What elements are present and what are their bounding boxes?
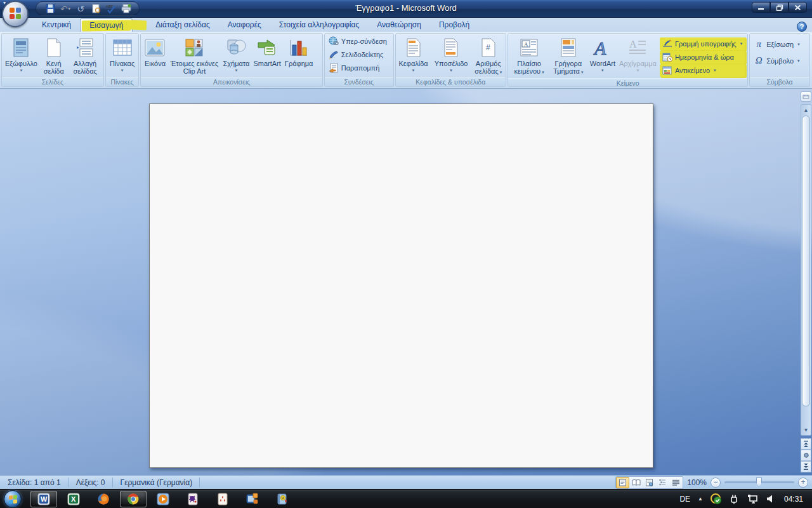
document-page[interactable] <box>149 104 653 468</box>
tab-page-layout[interactable]: Διάταξη σελίδας <box>147 18 218 32</box>
volume-tray-button[interactable] <box>766 493 776 504</box>
network-tray-button[interactable] <box>747 493 758 504</box>
undo-button[interactable]: ↶ ▾ <box>59 3 72 15</box>
tab-home[interactable]: Κεντρική <box>33 18 80 32</box>
chart-button[interactable]: Γράφημα <box>283 35 315 77</box>
smartart-button[interactable]: SmartArt <box>251 35 282 77</box>
hyperlink-button[interactable]: Υπερ-σύνδεση <box>326 35 392 48</box>
ruler-toggle-button[interactable] <box>801 91 811 102</box>
show-hidden-icons-button[interactable]: ▲ <box>698 496 703 502</box>
print-preview-button[interactable] <box>89 3 102 15</box>
picture-button[interactable]: Εικόνα <box>142 35 167 77</box>
messenger-icon <box>276 493 289 505</box>
symbol-button[interactable]: Ω Σύμβολο ▾ <box>751 54 808 67</box>
fullscreen-reading-view-button[interactable] <box>629 477 643 488</box>
clock[interactable]: 04:31 <box>784 495 803 504</box>
date-time-button[interactable]: Ημερομηνία & ώρα <box>660 51 745 64</box>
network-icon <box>747 494 758 504</box>
cover-page-button[interactable]: Εξώφυλλο ▾ <box>3 35 39 77</box>
group-links-title: Συνδέσεις <box>325 77 393 86</box>
taskbar-spider-solitaire-button[interactable] <box>180 491 206 507</box>
zoom-slider-thumb[interactable] <box>756 478 762 486</box>
quick-print-button[interactable] <box>120 3 133 15</box>
bookmark-button[interactable]: Σελιδοδείκτης <box>326 48 392 61</box>
save-button[interactable] <box>44 3 56 15</box>
group-text: A Πλαίσιο κειμένου▾ Γρήγορα Τμήματα▾ A W… <box>508 33 748 87</box>
web-layout-icon <box>645 479 653 486</box>
restore-button[interactable] <box>770 2 789 13</box>
zoom-level[interactable]: 100% <box>687 478 707 487</box>
chart-icon <box>288 37 310 58</box>
table-button[interactable]: Πίνακας ▾ <box>108 35 136 77</box>
group-pages: Εξώφυλλο ▾ Κενή σελίδα Αλλαγή σελίδας Σε… <box>1 33 104 87</box>
group-pages-title: Σελίδες <box>2 77 103 86</box>
redo-icon: ↺ <box>77 4 84 13</box>
wordart-icon: A <box>592 37 613 58</box>
footer-button[interactable]: Υποσέλιδο ▾ <box>433 35 470 77</box>
hyperlink-icon <box>329 36 339 46</box>
wordart-button[interactable]: A WordArt ▾ <box>588 35 617 78</box>
power-tray-button[interactable] <box>729 493 740 504</box>
scroll-up-button[interactable]: ▲ <box>801 105 811 115</box>
browse-buttons <box>801 438 811 472</box>
taskbar-firefox-button[interactable] <box>90 491 117 507</box>
taskbar-chrome-button[interactable] <box>120 491 147 507</box>
tab-references[interactable]: Αναφορές <box>219 18 270 32</box>
language-indicator[interactable]: DE <box>679 495 690 504</box>
help-button[interactable]: ? <box>797 22 807 32</box>
taskbar-excel-button[interactable]: X <box>60 491 87 507</box>
object-button[interactable]: Αντικείμενο ▾ <box>660 64 745 77</box>
next-page-button[interactable] <box>801 461 811 472</box>
title-bar: ↶ ▾ ↺ ΑΒΓ <box>0 0 812 18</box>
drop-cap-icon: A <box>627 37 648 58</box>
tab-review[interactable]: Αναθεώρηση <box>368 18 430 32</box>
taskbar-word-button[interactable]: W <box>30 491 57 507</box>
redo-button[interactable]: ↺ <box>74 3 87 15</box>
scrollbar-thumb[interactable] <box>802 116 810 406</box>
signature-line-icon <box>662 39 672 49</box>
status-language[interactable]: Γερμανικά (Γερμανία) <box>113 476 200 489</box>
office-button[interactable] <box>2 1 29 27</box>
taskbar-purble-place-button[interactable] <box>239 491 266 507</box>
zoom-out-button[interactable]: − <box>710 478 721 488</box>
status-word-count[interactable]: Λέξεις: 0 <box>69 476 113 489</box>
clipart-icon <box>183 37 205 58</box>
zoom-slider[interactable] <box>724 481 794 483</box>
print-layout-view-button[interactable] <box>616 477 629 488</box>
previous-page-button[interactable] <box>801 438 811 450</box>
shapes-button[interactable]: Σχήματα ▾ <box>221 35 251 77</box>
signature-line-button[interactable]: Γραμμή υπογραφής ▾ <box>660 37 745 50</box>
smartart-icon <box>256 37 278 58</box>
zoom-in-button[interactable]: + <box>798 478 808 488</box>
draft-view-button[interactable] <box>669 477 683 488</box>
blank-page-button[interactable]: Κενή σελίδα <box>39 35 69 77</box>
page-break-button[interactable]: Αλλαγή σελίδας <box>69 35 102 77</box>
spelling-button[interactable]: ΑΒΓ <box>105 3 117 15</box>
clipart-button[interactable]: Έτοιμες εικόνες Clip Art <box>167 35 221 77</box>
tab-mailings[interactable]: Στοιχεία αλληλογραφίας <box>270 18 368 32</box>
security-tray-button[interactable] <box>710 493 721 504</box>
outline-view-button[interactable] <box>656 477 669 488</box>
close-button[interactable] <box>789 2 807 13</box>
quick-parts-button[interactable]: Γρήγορα Τμήματα▾ <box>549 35 588 78</box>
taskbar-solitaire-button[interactable] <box>209 491 236 507</box>
drop-cap-button[interactable]: A Αρχίγραμμα ▾ <box>617 35 658 78</box>
header-button[interactable]: Κεφαλίδα ▾ <box>397 35 430 77</box>
start-button[interactable] <box>4 490 22 508</box>
equation-button[interactable]: π Εξίσωση ▾ <box>751 37 808 51</box>
page-number-button[interactable]: # Αριθμός σελίδας▾ <box>472 35 504 77</box>
minimize-button[interactable] <box>752 2 770 13</box>
status-page-count[interactable]: Σελίδα: 1 από 1 <box>0 476 69 489</box>
taskbar-media-player-button[interactable] <box>150 491 176 507</box>
text-box-button[interactable]: A Πλαίσιο κειμένου▾ <box>509 35 549 78</box>
window-controls <box>752 2 807 13</box>
tab-view[interactable]: Προβολή <box>430 18 478 32</box>
taskbar-messenger-button[interactable] <box>269 491 296 507</box>
cross-reference-button[interactable]: Παραπομπή <box>326 62 392 74</box>
web-layout-view-button[interactable] <box>643 477 656 488</box>
select-browse-object-button[interactable] <box>801 450 811 461</box>
vertical-scrollbar[interactable]: ▲ ▼ <box>801 104 811 436</box>
tab-insert[interactable]: Εισαγωγή <box>80 18 133 32</box>
scroll-down-button[interactable]: ▼ <box>801 425 811 435</box>
media-player-icon <box>157 493 169 505</box>
